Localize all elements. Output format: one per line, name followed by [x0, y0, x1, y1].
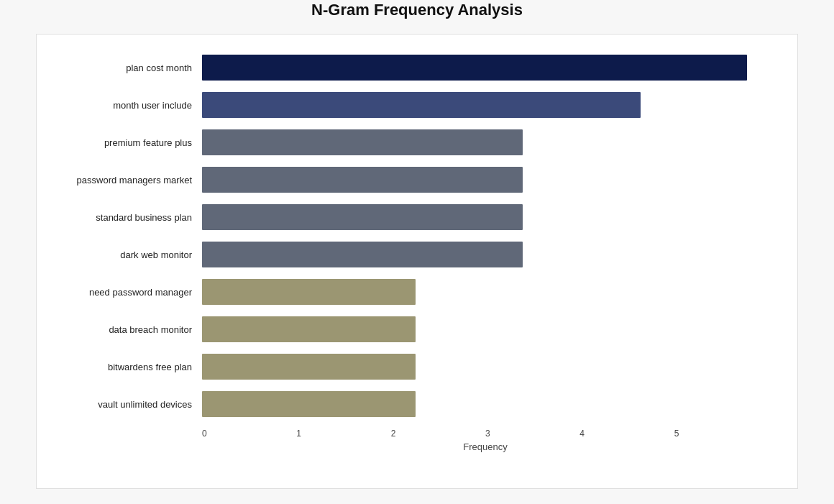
bar-fill: [202, 279, 416, 305]
bar-label: bitwardens free plan: [51, 362, 202, 372]
bar-track: [202, 92, 769, 118]
bar-track: [202, 129, 769, 155]
x-tick: 5: [674, 429, 769, 439]
x-axis-label: Frequency: [202, 441, 769, 452]
x-tick: 0: [202, 429, 296, 439]
bar-track: [202, 316, 769, 342]
bar-row: password managers market: [51, 161, 769, 198]
bar-fill: [202, 354, 416, 380]
bar-row: dark web monitor: [51, 236, 769, 273]
bar-label: vault unlimited devices: [51, 399, 202, 410]
chart-container: N-Gram Frequency Analysis plan cost mont…: [22, 0, 812, 504]
bar-label: dark web monitor: [51, 249, 202, 260]
bar-fill: [202, 391, 416, 417]
bar-fill: [202, 204, 523, 230]
bar-fill: [202, 316, 416, 342]
bar-label: standard business plan: [51, 212, 202, 223]
bar-fill: [202, 55, 747, 81]
chart-title: N-Gram Frequency Analysis: [36, 1, 798, 19]
bar-row: plan cost month: [51, 49, 769, 86]
bar-track: [202, 391, 769, 417]
bar-label: password managers market: [51, 175, 202, 185]
bar-fill: [202, 242, 523, 267]
x-axis: 012345: [202, 429, 769, 439]
bar-track: [202, 204, 769, 230]
bar-label: need password manager: [51, 287, 202, 298]
bar-track: [202, 242, 769, 267]
bar-row: need password manager: [51, 273, 769, 311]
bar-row: bitwardens free plan: [51, 348, 769, 385]
bar-track: [202, 279, 769, 305]
bar-row: premium feature plus: [51, 124, 769, 161]
bar-label: data breach monitor: [51, 324, 202, 335]
bar-label: premium feature plus: [51, 137, 202, 148]
chart-area: plan cost monthmonth user includepremium…: [36, 34, 798, 489]
bar-fill: [202, 167, 523, 193]
bar-label: month user include: [51, 100, 202, 111]
bar-row: standard business plan: [51, 198, 769, 236]
bar-fill: [202, 129, 523, 155]
bar-row: data breach monitor: [51, 311, 769, 348]
x-tick: 1: [296, 429, 390, 439]
bar-track: [202, 354, 769, 380]
x-tick: 4: [579, 429, 674, 439]
bars-wrapper: plan cost monthmonth user includepremium…: [51, 49, 769, 423]
bar-label: plan cost month: [51, 63, 202, 73]
bar-row: month user include: [51, 86, 769, 124]
bar-track: [202, 55, 769, 81]
bar-row: vault unlimited devices: [51, 385, 769, 423]
bar-fill: [202, 92, 641, 118]
bar-track: [202, 167, 769, 193]
x-tick: 3: [485, 429, 579, 439]
x-tick: 2: [391, 429, 485, 439]
